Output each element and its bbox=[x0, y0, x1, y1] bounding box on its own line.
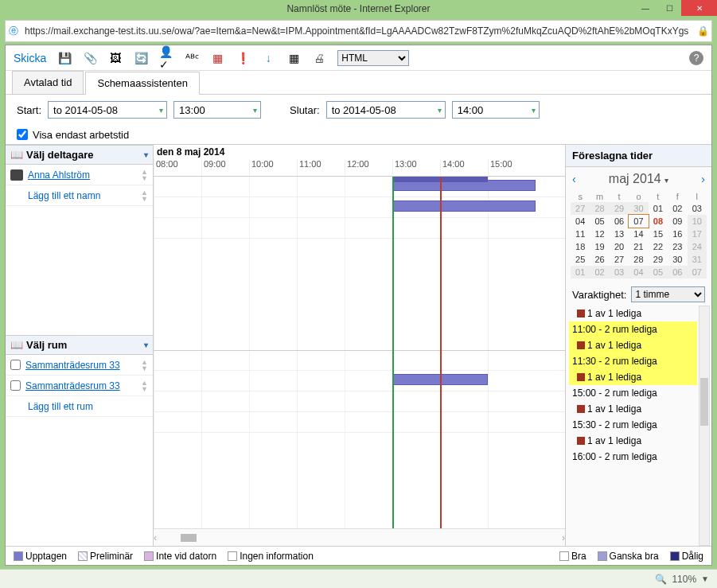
calendar-day[interactable]: 24 bbox=[688, 240, 707, 253]
categorize-icon[interactable]: ▦ bbox=[286, 51, 301, 65]
start-date-combo[interactable]: to 2014-05-08 bbox=[48, 101, 167, 119]
calendar-day[interactable]: 27 bbox=[571, 202, 590, 215]
suggested-time-item[interactable]: 11:00 - 2 rum lediga bbox=[569, 321, 697, 337]
calendar-day[interactable]: 02 bbox=[668, 202, 687, 215]
room-checkbox[interactable] bbox=[10, 380, 21, 391]
zoom-dropdown-icon[interactable]: ▼ bbox=[701, 574, 709, 583]
calendar-day[interactable]: 06 bbox=[610, 215, 629, 228]
end-time-combo[interactable]: 14:00 bbox=[452, 101, 540, 119]
attendee-row[interactable]: Anna Ahlström▲▼ bbox=[6, 165, 153, 185]
suggested-time-item[interactable]: 15:00 - 2 rum lediga bbox=[569, 385, 697, 401]
suggested-time-item[interactable]: 16:00 - 2 rum lediga bbox=[569, 449, 697, 465]
attendees-header[interactable]: 📖 Välj deltagare ▾ bbox=[6, 145, 153, 165]
scroll-right-icon[interactable]: › bbox=[562, 532, 565, 543]
spinner-icon[interactable]: ▲▼ bbox=[141, 359, 148, 372]
window-close-button[interactable]: ✕ bbox=[681, 0, 717, 16]
calendar-day[interactable]: 11 bbox=[571, 228, 590, 240]
add-attendee-row[interactable]: Lägg till ett namn▲▼ bbox=[6, 185, 153, 206]
end-marker[interactable] bbox=[440, 177, 442, 528]
month-label[interactable]: maj 2014 ▾ bbox=[609, 172, 668, 186]
calendar-day[interactable]: 31 bbox=[688, 253, 707, 266]
calendar-day[interactable]: 14 bbox=[629, 228, 648, 240]
calendar-day[interactable]: 17 bbox=[688, 228, 707, 240]
calendar-day[interactable]: 20 bbox=[610, 240, 629, 253]
suggested-time-item[interactable]: 1 av 1 lediga bbox=[569, 401, 697, 417]
spellcheck-icon[interactable]: ᴬᴮᶜ bbox=[185, 51, 199, 65]
rooms-header[interactable]: 📖 Välj rum ▾ bbox=[6, 335, 153, 355]
calendar-day[interactable]: 16 bbox=[668, 228, 687, 240]
suggested-time-item[interactable]: 1 av 1 lediga bbox=[569, 369, 697, 385]
room-name[interactable]: Sammanträdesrum 33 bbox=[25, 380, 120, 391]
send-button[interactable]: Skicka bbox=[14, 52, 46, 64]
importance-low-icon[interactable]: ↓ bbox=[261, 51, 275, 65]
zoom-icon[interactable]: 🔍 bbox=[655, 574, 667, 585]
insert-image-icon[interactable]: 🖼 bbox=[108, 51, 123, 65]
show-workhours-checkbox[interactable] bbox=[17, 129, 28, 140]
add-attendee-link[interactable]: Lägg till ett namn bbox=[28, 190, 100, 201]
calendar-day[interactable]: 08 bbox=[649, 215, 668, 228]
calendar-day[interactable]: 02 bbox=[590, 266, 609, 278]
address-bar[interactable]: ⓔ https://mail.exchange-test.its.uu.se/o… bbox=[5, 20, 712, 42]
calendar-day[interactable]: 30 bbox=[668, 253, 687, 266]
calendar-day[interactable]: 01 bbox=[571, 266, 590, 278]
calendar-day[interactable]: 25 bbox=[571, 253, 590, 266]
calendar-day[interactable]: 03 bbox=[688, 202, 707, 215]
calendar-day[interactable]: 07 bbox=[688, 266, 707, 278]
suggested-time-item[interactable]: 11:30 - 2 rum lediga bbox=[569, 353, 697, 369]
calendar-day[interactable]: 27 bbox=[610, 253, 629, 266]
calendar-day[interactable]: 26 bbox=[590, 253, 609, 266]
calendar-day[interactable]: 12 bbox=[590, 228, 609, 240]
tab-scheduling[interactable]: Schemaassistenten bbox=[85, 72, 199, 95]
print-icon[interactable]: 🖨 bbox=[312, 51, 326, 65]
calendar-day[interactable]: 06 bbox=[668, 266, 687, 278]
add-room-link[interactable]: Lägg till ett rum bbox=[28, 401, 93, 412]
room-name[interactable]: Sammanträdesrum 33 bbox=[25, 360, 120, 371]
prev-month-button[interactable]: ‹ bbox=[572, 173, 576, 185]
start-marker[interactable] bbox=[392, 177, 394, 528]
save-icon[interactable]: 💾 bbox=[57, 51, 72, 65]
calendar-day[interactable]: 28 bbox=[590, 202, 609, 215]
calendar-day[interactable]: 03 bbox=[610, 266, 629, 278]
recurrence-icon[interactable]: 🔄 bbox=[134, 51, 148, 65]
calendar-day[interactable]: 15 bbox=[649, 228, 668, 240]
end-date-combo[interactable]: to 2014-05-08 bbox=[326, 101, 446, 119]
importance-high-icon[interactable]: ❗ bbox=[236, 51, 250, 65]
spinner-icon[interactable]: ▲▼ bbox=[141, 169, 148, 181]
calendar-day[interactable]: 30 bbox=[629, 202, 648, 215]
room-checkbox[interactable] bbox=[10, 360, 21, 370]
calendar-day[interactable]: 05 bbox=[649, 266, 668, 278]
suggested-time-item[interactable]: 1 av 1 lediga bbox=[569, 337, 697, 353]
format-select[interactable]: HTML bbox=[337, 50, 409, 66]
tab-appointment[interactable]: Avtalad tid bbox=[12, 71, 84, 94]
horizontal-scrollbar[interactable]: ‹ › bbox=[154, 528, 565, 546]
calendar-day[interactable]: 23 bbox=[668, 240, 687, 253]
attach-icon[interactable]: 📎 bbox=[83, 51, 97, 65]
calendar-day[interactable]: 29 bbox=[610, 202, 629, 215]
calendar-day[interactable]: 04 bbox=[629, 266, 648, 278]
calendar-day[interactable]: 07 bbox=[629, 215, 648, 228]
room-row[interactable]: Sammanträdesrum 33▲▼ bbox=[6, 376, 153, 396]
calendar-day[interactable]: 22 bbox=[649, 240, 668, 253]
window-minimize-button[interactable]: — bbox=[633, 0, 657, 16]
suggested-time-item[interactable]: 1 av 1 lediga bbox=[569, 306, 697, 321]
next-month-button[interactable]: › bbox=[701, 173, 705, 185]
scroll-thumb[interactable] bbox=[700, 378, 708, 426]
calendar-day[interactable]: 18 bbox=[571, 240, 590, 253]
scroll-left-icon[interactable]: ‹ bbox=[154, 532, 157, 543]
mini-calendar[interactable]: smtotfl272829300102030405060708091011121… bbox=[566, 191, 711, 283]
spinner-icon[interactable]: ▲▼ bbox=[141, 189, 148, 202]
add-room-row[interactable]: Lägg till ett rum bbox=[6, 396, 153, 417]
calendar-day[interactable]: 13 bbox=[610, 228, 629, 240]
calendar-day[interactable]: 21 bbox=[629, 240, 648, 253]
window-maximize-button[interactable]: ☐ bbox=[657, 0, 681, 16]
spinner-icon[interactable]: ▲▼ bbox=[141, 380, 148, 392]
suggested-time-item[interactable]: 1 av 1 lediga bbox=[569, 433, 697, 449]
scroll-thumb[interactable] bbox=[181, 534, 197, 542]
duration-select[interactable]: 1 timme bbox=[631, 286, 705, 302]
calendar-day[interactable]: 04 bbox=[571, 215, 590, 228]
timeline-grid[interactable] bbox=[154, 177, 565, 528]
zoom-level[interactable]: 110% bbox=[672, 574, 696, 585]
calendar-day[interactable]: 01 bbox=[649, 202, 668, 215]
calendar-day[interactable]: 28 bbox=[629, 253, 648, 266]
calendar-day[interactable]: 05 bbox=[590, 215, 609, 228]
